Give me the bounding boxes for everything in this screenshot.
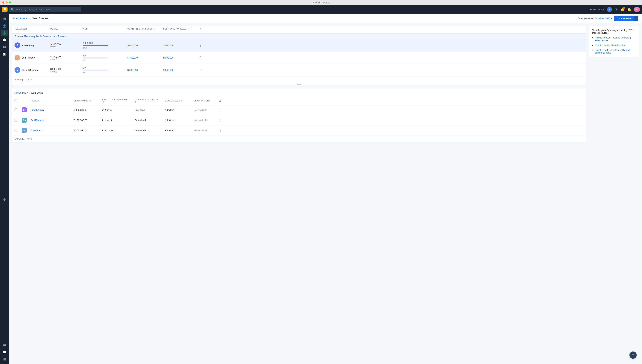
- forecast-showing-text: Showing 1 - 3 of 3: [12, 76, 586, 83]
- deal-name-link[interactable]: Ami Kenneth: [31, 119, 44, 122]
- help-list-item: How to forecast revenue and assign sales…: [595, 36, 636, 42]
- window-title: Freshworks CRM: [313, 1, 330, 4]
- row-avatar-cell: Da: [19, 125, 28, 135]
- row-menu-icon[interactable]: ⋮: [199, 44, 202, 47]
- sidebar-item-reports[interactable]: 📊: [1, 51, 8, 58]
- col-actions: ⋮: [196, 26, 207, 34]
- notifications-icon[interactable]: 🔔 9: [620, 8, 624, 12]
- sidebar-item-deals[interactable]: 💲: [1, 30, 8, 36]
- titlebar: Freshworks CRM: [0, 0, 642, 5]
- alerts-icon[interactable]: 🔔: [627, 8, 631, 12]
- breadcrumb-parent[interactable]: Sales Forecast: [13, 17, 29, 20]
- won-deals-card: Aileen Mary › Won Deals NAME ⇅: [12, 88, 586, 142]
- tables-container: TEAM/USER QUOTA WON COMMITTED FORECAST i…: [12, 26, 586, 361]
- sidebar-item-chat-bottom[interactable]: 💬: [1, 349, 8, 356]
- best-case-amount: $ 600,000: [163, 44, 174, 47]
- filter-chevron[interactable]: ▾: [66, 35, 67, 38]
- row-actions[interactable]: ⋮: [196, 53, 207, 62]
- quota-period: (Yearly): [50, 46, 78, 48]
- maximize-dot[interactable]: [9, 2, 11, 4]
- deal-row-menu-icon[interactable]: ⋮: [219, 118, 222, 122]
- search-input[interactable]: [16, 8, 79, 11]
- deal-value-cell: $ 150,000.00: [71, 116, 100, 124]
- commit-deals-button-group[interactable]: Commit deals ▾: [614, 16, 638, 21]
- forecast-table-header: TEAM/USER QUOTA WON COMMITTED FORECAST i…: [12, 26, 586, 34]
- help-link-3[interactable]: How to use Freddy to identify and commit…: [595, 49, 630, 54]
- filter-row: Showing Aileen Mary, Daniel Stevenson an…: [12, 34, 586, 39]
- sidebar-item-grid-bottom[interactable]: ⊞: [1, 356, 8, 362]
- row-checkbox-cell: [12, 116, 19, 124]
- add-button[interactable]: +: [607, 7, 612, 12]
- quota-period: (Yearly): [50, 58, 78, 60]
- breadcrumb: Sales Forecast › Team forecast: [13, 17, 48, 20]
- row-avatar-cell: Pr: [19, 105, 28, 115]
- row-checkbox[interactable]: [15, 119, 17, 122]
- row-actions[interactable]: ⋮: [196, 66, 207, 74]
- won-deals-breadcrumb-parent[interactable]: Aileen Mary: [15, 91, 28, 94]
- won-amount: $ 0: [83, 66, 122, 69]
- row-actions[interactable]: ⋮: [196, 41, 207, 50]
- nav-right: 15 days free trial + ✉ 🔔 9 🔔 A: [588, 6, 640, 12]
- row-menu-icon[interactable]: ⋮: [199, 56, 202, 60]
- deal-insight-cell: Not available: [191, 126, 216, 134]
- sidebar-item-messages[interactable]: 💬: [1, 37, 8, 43]
- deal-row-actions[interactable]: ⋮: [216, 106, 227, 114]
- row-checkbox[interactable]: [15, 129, 17, 132]
- forecast-period-label: Forecast period Oct - Dec 2020 ▾: [578, 17, 612, 20]
- committed-cell: $ 600,000: [125, 66, 161, 74]
- search-bar[interactable]: 🔍: [9, 6, 81, 12]
- help-title: Need help configuring your settings? Try…: [592, 29, 636, 34]
- user-avatar[interactable]: A: [634, 6, 640, 12]
- select-all-checkbox[interactable]: [15, 99, 17, 102]
- committed-cell: $ 600,000: [125, 42, 161, 49]
- forecast-period-value[interactable]: Oct - Dec 2020 ▾: [594, 17, 612, 20]
- app-layout: ⊞ 👤 💲 💬 ☎ 📊 ⚙ ☎ 💬 ⊞ Sales Forecast › Tea…: [0, 14, 642, 364]
- column-settings-icon[interactable]: ⊞: [219, 99, 221, 102]
- value-sort-icon[interactable]: ⇅: [90, 100, 91, 102]
- progress-label: 0%: [83, 59, 122, 61]
- deal-avatar: Am: [22, 118, 27, 122]
- best-case-info-icon[interactable]: i: [189, 28, 191, 30]
- stage-sort-icon[interactable]: ⇅: [181, 100, 183, 102]
- close-dot[interactable]: [2, 2, 4, 4]
- committed-info-icon[interactable]: i: [154, 28, 156, 30]
- quota-cell: $ 200,000 (Yearly): [48, 65, 80, 75]
- minimize-dot[interactable]: [6, 2, 8, 4]
- date-sort-icon[interactable]: ⇅: [103, 101, 104, 103]
- deal-name-link[interactable]: Prad Kannay: [31, 109, 44, 111]
- name-sort-icon[interactable]: ⇅: [38, 100, 40, 102]
- deal-name-link[interactable]: David Lark: [31, 129, 42, 132]
- table-options-icon[interactable]: ⋮: [199, 28, 202, 32]
- won-deals-breadcrumb-current: Won Deals: [31, 91, 43, 94]
- sidebar-item-phone[interactable]: ☎: [1, 44, 8, 50]
- help-links-list: How to forecast revenue and assign sales…: [592, 36, 636, 54]
- user-cell: J John Maddy: [12, 52, 48, 63]
- sidebar-item-settings[interactable]: ⚙: [1, 196, 8, 203]
- deal-row-actions[interactable]: ⋮: [216, 116, 227, 124]
- deal-row-menu-icon[interactable]: ⋮: [219, 128, 222, 132]
- help-button[interactable]: ?: [629, 352, 637, 359]
- row-checkbox[interactable]: [15, 108, 17, 111]
- scroll-dot: [297, 84, 301, 85]
- trial-text: 15 days free trial: [588, 8, 604, 11]
- commit-deals-caret[interactable]: ▾: [633, 16, 638, 21]
- commit-deals-button[interactable]: Commit deals: [614, 16, 633, 21]
- deal-stage-cell: Admitted: [162, 116, 191, 124]
- category-sort-icon[interactable]: ⇅: [135, 101, 137, 103]
- row-menu-icon[interactable]: ⋮: [199, 68, 202, 72]
- showing-label: Showing: [15, 35, 23, 38]
- sidebar-item-dashboard[interactable]: ⊞: [1, 16, 8, 22]
- deal-row-menu-icon[interactable]: ⋮: [219, 108, 222, 112]
- deal-name-cell: Ami Kenneth: [28, 116, 71, 124]
- col-settings[interactable]: ⊞: [216, 97, 227, 104]
- sidebar-item-phone-bottom[interactable]: ☎: [1, 342, 8, 348]
- user-cell: D Daniel Stevenson: [12, 64, 48, 75]
- help-link-2[interactable]: How to use deal timeline view: [595, 44, 625, 46]
- sidebar-item-contacts[interactable]: 👤: [1, 22, 8, 29]
- filter-link[interactable]: Aileen Mary, Daniel Stevenson and 9 more: [24, 35, 65, 38]
- user-name: John Maddy: [22, 56, 35, 59]
- email-icon[interactable]: ✉: [615, 8, 618, 12]
- user-name: Aileen Mary: [22, 44, 34, 47]
- deal-row-actions[interactable]: ⋮: [216, 126, 227, 135]
- help-link-1[interactable]: How to forecast revenue and assign sales…: [595, 36, 632, 42]
